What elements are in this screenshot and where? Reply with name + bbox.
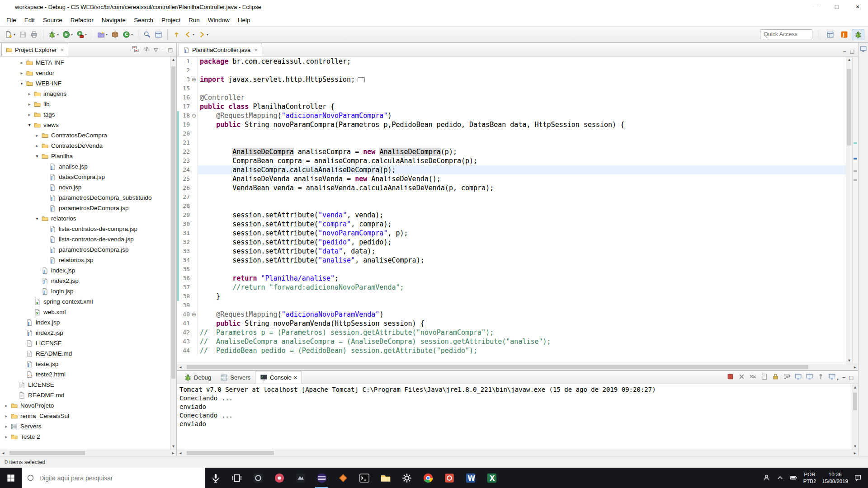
expand-arrow-icon[interactable]: ▸ bbox=[3, 434, 10, 439]
code-line-2[interactable]: 2 bbox=[177, 66, 846, 75]
tree-item-meta-inf[interactable]: ▸META-INF bbox=[0, 57, 170, 68]
quick-access-input[interactable] bbox=[760, 29, 812, 39]
forward-button[interactable]: ▾ bbox=[197, 28, 210, 40]
print-button[interactable] bbox=[29, 28, 39, 40]
show-on-stdout-button[interactable] bbox=[794, 373, 802, 382]
scroll-up-icon[interactable]: ▲ bbox=[846, 56, 852, 63]
code-line-23[interactable]: 23 CompraBean compra = analiseCompra.cal… bbox=[177, 156, 846, 165]
taskbar-app-4[interactable] bbox=[332, 468, 354, 488]
console-hscrollbar[interactable]: ◀ ▶ bbox=[177, 450, 858, 456]
taskbar-eclipse[interactable] bbox=[311, 468, 332, 488]
new-button[interactable]: ▾ bbox=[4, 28, 17, 40]
taskbar-app-3[interactable] bbox=[290, 468, 311, 488]
code-line-34[interactable]: 34 session.setAttribute("analise", anali… bbox=[177, 256, 846, 265]
folded-code-box[interactable] bbox=[358, 77, 365, 82]
scroll-down-icon[interactable]: ▼ bbox=[852, 443, 858, 450]
expand-arrow-icon[interactable]: ▸ bbox=[26, 102, 33, 107]
taskbar-terminal[interactable] bbox=[354, 468, 375, 488]
expand-arrow-icon[interactable]: ▸ bbox=[18, 70, 25, 75]
fold-marker-icon[interactable]: ⊕ bbox=[191, 75, 198, 84]
notification-center-icon[interactable] bbox=[854, 474, 862, 482]
close-window-button[interactable]: × bbox=[847, 0, 868, 14]
tree-item-contratosdecompra[interactable]: ▸ContratosDeCompra bbox=[0, 130, 170, 141]
debug-button[interactable]: ▾ bbox=[47, 28, 60, 40]
expand-arrow-icon[interactable]: ▸ bbox=[26, 112, 33, 117]
menu-search[interactable]: Search bbox=[130, 15, 157, 25]
open-perspective-button[interactable] bbox=[824, 29, 836, 40]
tree-item-vendor[interactable]: ▸vendor bbox=[0, 68, 170, 78]
taskbar-task-view[interactable] bbox=[226, 468, 247, 488]
expand-arrow-icon[interactable]: ▸ bbox=[33, 143, 41, 148]
tree-item-relatorios[interactable]: ▾relatorios bbox=[0, 213, 170, 224]
remove-all-terminated-button[interactable] bbox=[749, 373, 757, 382]
tree-item-novoprojeto[interactable]: ▸NovoProjeto bbox=[0, 400, 170, 411]
expand-arrow-icon[interactable]: ▸ bbox=[3, 403, 10, 408]
explorer-vscrollbar[interactable]: ▲ ▼ bbox=[170, 56, 176, 450]
tab-debug[interactable]: Debug bbox=[179, 371, 216, 384]
minimize-console-button[interactable]: ─ bbox=[842, 375, 845, 380]
code-line-35[interactable]: 35 bbox=[177, 265, 846, 274]
code-line-25[interactable]: 25 AnaliseDeVenda analiseVenda = new Ana… bbox=[177, 174, 846, 183]
menu-run[interactable]: Run bbox=[184, 15, 204, 25]
tree-item-teste-2[interactable]: ▸Teste 2 bbox=[0, 432, 170, 442]
code-line-28[interactable]: 28 bbox=[177, 202, 846, 211]
scroll-right-icon[interactable]: ▶ bbox=[852, 450, 858, 456]
tree-item-views[interactable]: ▾views bbox=[0, 120, 170, 130]
code-line-19[interactable]: 19 public String novoParamCompra(Paramet… bbox=[177, 120, 846, 129]
tree-item-relatorios-jsp[interactable]: Jrelatorios.jsp bbox=[0, 255, 170, 265]
tree-item-index2-jsp[interactable]: Jindex2.jsp bbox=[0, 328, 170, 338]
language-indicator[interactable]: POR PTB2 bbox=[803, 471, 816, 485]
tree-item-license[interactable]: LICENSE bbox=[0, 380, 170, 390]
editor-vscrollbar[interactable]: ▲ ▼ bbox=[846, 56, 852, 364]
code-line-42[interactable]: 42// Parametros p = (Parametros) session… bbox=[177, 328, 846, 337]
code-line-15[interactable]: 15 bbox=[177, 84, 846, 93]
taskbar-settings[interactable] bbox=[396, 468, 417, 488]
maximize-window-button[interactable]: □ bbox=[826, 0, 847, 14]
back-button[interactable]: ▾ bbox=[183, 28, 196, 40]
debug-perspective-button[interactable] bbox=[852, 29, 864, 40]
dropdown-arrow-icon[interactable]: ▾ bbox=[193, 33, 194, 37]
new-java-project-button[interactable]: ▾ bbox=[96, 28, 109, 40]
code-line-43[interactable]: 43// AnaliseDeCompra analiseCompra = (An… bbox=[177, 337, 846, 346]
code-line-18[interactable]: 18⊖ @RequestMapping("adicionarNovoParamC… bbox=[177, 111, 846, 120]
expand-arrow-icon[interactable]: ▸ bbox=[33, 133, 41, 138]
tree-item-servers[interactable]: ▸Servers bbox=[0, 421, 170, 432]
menu-project[interactable]: Project bbox=[157, 15, 184, 25]
code-line-26[interactable]: 26 VendaBean venda = analiseVenda.calcul… bbox=[177, 183, 846, 192]
menu-source[interactable]: Source bbox=[39, 15, 66, 25]
clock[interactable]: 10:36 15/08/2019 bbox=[822, 471, 848, 485]
console-output[interactable]: Tomcat v7.0 Server at localhost [Apache … bbox=[177, 384, 852, 450]
scroll-left-icon[interactable]: ◀ bbox=[177, 450, 184, 456]
expand-arrow-icon[interactable]: ▸ bbox=[3, 413, 10, 418]
remove-launch-button[interactable] bbox=[738, 373, 745, 382]
expand-arrow-icon[interactable]: ▸ bbox=[26, 91, 33, 96]
tree-item-login-jsp[interactable]: Jlogin.jsp bbox=[0, 286, 170, 296]
close-icon[interactable]: × bbox=[294, 374, 297, 381]
code-line-1[interactable]: 1package br.com.cereaissul.controller; bbox=[177, 57, 846, 66]
expand-arrow-icon[interactable]: ▾ bbox=[18, 81, 25, 86]
dropdown-arrow-icon[interactable]: ▾ bbox=[85, 33, 87, 37]
tree-item-web-xml[interactable]: xweb.xml bbox=[0, 307, 170, 317]
menu-navigate[interactable]: Navigate bbox=[98, 15, 130, 25]
new-package-button[interactable] bbox=[110, 28, 120, 40]
taskbar-app-2[interactable] bbox=[269, 468, 290, 488]
tree-item-parametrosdecompra-jsp[interactable]: JparametrosDeCompra.jsp bbox=[0, 244, 170, 255]
collapse-all-button[interactable] bbox=[132, 45, 139, 54]
run-button[interactable]: ▾ bbox=[61, 28, 74, 40]
menu-file[interactable]: File bbox=[2, 15, 20, 25]
editor-hscrollbar[interactable]: ◀ ▶ bbox=[177, 364, 858, 370]
code-line-20[interactable]: 20 bbox=[177, 129, 846, 138]
dropdown-arrow-icon[interactable]: ▾ bbox=[106, 33, 108, 37]
code-line-24[interactable]: 24 analiseCompra.calculaAnaliseDeCompra(… bbox=[177, 165, 846, 174]
code-line-27[interactable]: 27 bbox=[177, 192, 846, 202]
tab-console[interactable]: Console× bbox=[255, 371, 302, 384]
maximize-console-button[interactable]: □ bbox=[849, 375, 854, 380]
tree-item-teste-jsp[interactable]: Jteste.jsp bbox=[0, 359, 170, 369]
close-icon[interactable]: × bbox=[254, 47, 258, 53]
taskbar-app-5[interactable] bbox=[439, 468, 460, 488]
taskbar-file-explorer[interactable] bbox=[375, 468, 396, 488]
tree-item-lista-contratos-de-venda-jsp[interactable]: Jlista-contratos-de-venda.jsp bbox=[0, 234, 170, 244]
tree-item-lista-contratos-de-compra-jsp[interactable]: Jlista-contratos-de-compra.jsp bbox=[0, 224, 170, 234]
code-line-40[interactable]: 40⊖ @RequestMapping("adicionaNovoParamVe… bbox=[177, 310, 846, 319]
open-console-button[interactable]: ▾ bbox=[828, 373, 839, 382]
